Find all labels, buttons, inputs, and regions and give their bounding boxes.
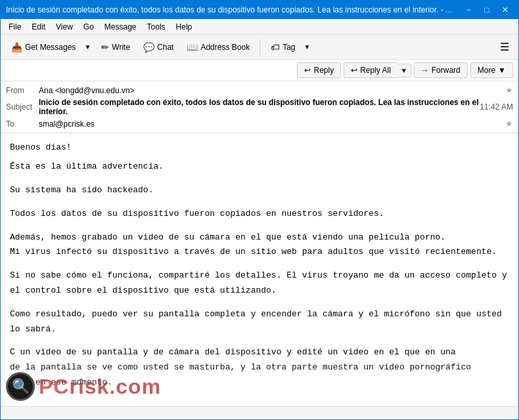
email-header: From Ana <longdd@vnu.edu.vn> ★ Subject I… <box>1 81 518 133</box>
chat-label: Chat <box>157 43 173 52</box>
more-label: More <box>478 66 495 75</box>
menu-file[interactable]: File <box>3 21 26 33</box>
get-messages-arrow[interactable]: ▼ <box>81 41 93 53</box>
reply-all-button[interactable]: ↩ Reply All <box>344 62 397 78</box>
reply-all-icon: ↩ <box>351 66 357 75</box>
chat-icon: 💬 <box>143 42 154 52</box>
address-book-icon: 📖 <box>187 42 198 52</box>
title-bar: Inicio de sesión completado con éxito, t… <box>1 1 518 19</box>
body-line: Todos los datos de su dispositivo fueron… <box>10 207 509 221</box>
body-line: el control sobre el dispositivo que está… <box>10 284 509 298</box>
from-star[interactable]: ★ <box>505 85 513 95</box>
action-bar: ↩ Reply ↩ Reply All ▼ → Forward More ▼ <box>1 60 518 81</box>
body-line: Su sistema ha sido hackeado. <box>10 184 509 198</box>
body-line: Si no sabe cómo el funciona, compartiré … <box>10 269 509 283</box>
reply-button[interactable]: ↩ Reply <box>297 62 341 78</box>
more-dropdown-icon: ▼ <box>498 66 506 75</box>
write-button[interactable]: ✏ Write <box>95 39 136 56</box>
window-controls: − □ ✕ <box>461 4 513 16</box>
more-button[interactable]: More ▼ <box>470 62 513 78</box>
write-label: Write <box>112 43 130 52</box>
email-time: 11:42 AM <box>480 102 513 112</box>
toolbar-separator <box>260 39 260 55</box>
menu-edit[interactable]: Edit <box>26 21 51 33</box>
forward-icon: → <box>421 66 429 75</box>
subject-label: Subject <box>6 102 39 112</box>
reply-icon: ↩ <box>304 66 311 75</box>
email-body-wrapper: Buenos dias! Ésta es la última advertenc… <box>1 133 518 406</box>
forward-label: Forward <box>432 66 461 75</box>
menu-tools[interactable]: Tools <box>142 21 171 33</box>
body-line: de la pantalla se ve como usted se mastu… <box>10 361 509 375</box>
reply-all-dropdown-arrow[interactable]: ▼ <box>397 64 411 77</box>
address-book-label: Address Book <box>200 43 250 52</box>
email-window: Inicio de sesión completado con éxito, t… <box>0 0 519 420</box>
get-messages-button[interactable]: 📥 Get Messages <box>5 39 81 56</box>
hamburger-icon[interactable]: ☰ <box>495 38 514 56</box>
get-messages-label: Get Messages <box>25 43 76 52</box>
reply-all-group: ↩ Reply All ▼ <box>344 62 411 78</box>
body-line: Buenos dias! <box>10 141 509 155</box>
forward-button[interactable]: → Forward <box>414 62 468 78</box>
from-label: From <box>6 86 39 95</box>
toolbar: 📥 Get Messages ▼ ✏ Write 💬 Chat 📖 Addres… <box>1 35 518 60</box>
menu-go[interactable]: Go <box>78 21 99 33</box>
body-line: lo sabrá. <box>10 323 509 337</box>
tag-label: Tag <box>282 43 295 52</box>
tag-button[interactable]: 🏷 Tag <box>265 39 301 56</box>
reply-all-label: Reply All <box>360 66 391 75</box>
to-row: To smal@pcrisk.es ★ <box>6 117 513 130</box>
write-icon: ✏ <box>101 42 109 52</box>
minimize-button[interactable]: − <box>461 4 476 16</box>
email-body: Buenos dias! Ésta es la última advertenc… <box>1 133 518 399</box>
subject-row: Subject Inicio de sesión completado con … <box>6 96 513 117</box>
get-messages-icon: 📥 <box>11 42 22 52</box>
from-value: Ana <longdd@vnu.edu.vn> <box>39 86 503 95</box>
subject-value: Inicio de sesión completado con éxito, t… <box>39 98 480 116</box>
body-line: Ésta es la última advertencia. <box>10 160 509 174</box>
get-messages-dropdown[interactable]: 📥 Get Messages ▼ <box>5 38 94 56</box>
menu-bar: File Edit View Go Message Tools Help <box>1 19 518 35</box>
tag-icon: 🏷 <box>271 42 280 52</box>
body-line: iste en ese momento. <box>10 376 509 390</box>
body-line: Además, hemos grabado un video de su cám… <box>10 231 509 245</box>
tag-dropdown[interactable]: 🏷 Tag ▼ <box>264 38 313 56</box>
to-star[interactable]: ★ <box>505 119 513 129</box>
menu-help[interactable]: Help <box>171 21 198 33</box>
maximize-button[interactable]: □ <box>479 4 495 16</box>
close-button[interactable]: ✕ <box>497 4 513 16</box>
status-bar <box>1 406 518 419</box>
reply-label: Reply <box>313 66 334 75</box>
address-book-button[interactable]: 📖 Address Book <box>181 39 256 56</box>
to-value: smal@pcrisk.es <box>39 119 503 129</box>
tag-arrow[interactable]: ▼ <box>302 41 313 53</box>
menu-message[interactable]: Message <box>99 21 142 33</box>
from-row: From Ana <longdd@vnu.edu.vn> ★ <box>6 84 513 96</box>
menu-view[interactable]: View <box>51 21 78 33</box>
body-line: Como resultado, puedo ver su pantalla co… <box>10 308 509 322</box>
body-line: Mi virus infectó su dispositivo a través… <box>10 245 509 259</box>
window-title: Inicio de sesión completado con éxito, t… <box>6 5 455 14</box>
to-label: To <box>6 119 39 129</box>
chat-button[interactable]: 💬 Chat <box>137 39 179 56</box>
body-line: C un video de su pantalla y de cámara de… <box>10 346 509 360</box>
